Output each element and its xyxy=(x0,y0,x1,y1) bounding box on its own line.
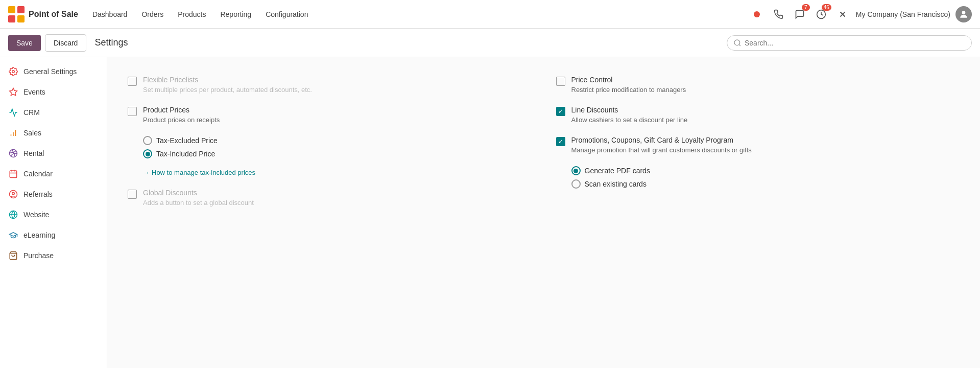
nav-links: Dashboard Orders Products Reporting Conf… xyxy=(86,7,745,21)
svg-marker-12 xyxy=(10,88,17,96)
page-title: Settings xyxy=(94,37,128,48)
topnav: Point of Sale Dashboard Orders Products … xyxy=(0,0,980,29)
scan-existing-label: Scan existing cards xyxy=(585,180,647,188)
svg-point-8 xyxy=(962,11,966,14)
app-logo[interactable]: Point of Sale xyxy=(8,6,78,22)
sidebar-item-label: Events xyxy=(23,88,45,96)
search-icon xyxy=(733,39,742,47)
nav-configuration[interactable]: Configuration xyxy=(259,7,314,21)
right-column: Price Control Restrict price modificatio… xyxy=(556,70,960,213)
product-prices-checkbox[interactable] xyxy=(128,107,137,116)
phone-icon-btn[interactable] xyxy=(770,6,786,22)
sidebar-item-calendar[interactable]: Calendar xyxy=(0,164,107,184)
close-icon-btn[interactable] xyxy=(834,6,851,22)
crm-icon xyxy=(8,107,18,118)
sales-icon xyxy=(8,128,18,138)
svg-rect-3 xyxy=(17,15,25,22)
search-input[interactable] xyxy=(745,39,965,47)
sidebar-item-crm[interactable]: CRM xyxy=(0,102,107,123)
sidebar-item-general-settings[interactable]: General Settings xyxy=(0,61,107,82)
global-discounts-info: Global Discounts Adds a button to set a … xyxy=(143,189,532,206)
chat-icon xyxy=(795,9,805,19)
search-bar[interactable] xyxy=(727,35,972,51)
flexible-pricelists-title: Flexible Pricelists xyxy=(143,76,532,84)
setting-global-discounts: Global Discounts Adds a button to set a … xyxy=(128,182,532,213)
tax-link[interactable]: → How to manage tax-included prices xyxy=(143,169,255,176)
settings-grid: Flexible Pricelists Set multiple prices … xyxy=(128,70,960,213)
chat-badge: 7 xyxy=(802,4,810,11)
referrals-icon xyxy=(8,189,18,199)
tax-included-label: Tax-Included Price xyxy=(156,150,215,158)
status-dot[interactable] xyxy=(749,6,765,22)
clock-icon-btn[interactable]: 46 xyxy=(813,6,829,22)
line-discounts-title: Line Discounts xyxy=(571,106,960,114)
phone-icon xyxy=(773,9,783,19)
sidebar-item-website[interactable]: Website xyxy=(0,204,107,225)
purchase-icon xyxy=(8,250,18,261)
svg-point-4 xyxy=(754,11,760,17)
tax-included-radio[interactable]: Tax-Included Price xyxy=(143,149,218,158)
nav-dashboard[interactable]: Dashboard xyxy=(86,7,134,21)
price-control-desc: Restrict price modification to managers xyxy=(571,86,960,94)
settings-content: Flexible Pricelists Set multiple prices … xyxy=(107,57,980,368)
logo-icon xyxy=(8,6,25,22)
sidebar-item-referrals[interactable]: Referrals xyxy=(0,184,107,204)
svg-point-11 xyxy=(12,71,15,73)
svg-rect-1 xyxy=(17,6,25,13)
company-name[interactable]: My Company (San Francisco) xyxy=(856,10,950,18)
svg-rect-2 xyxy=(8,15,15,22)
sidebar-item-label: Calendar xyxy=(23,170,53,178)
line-discounts-info: Line Discounts Allow cashiers to set a d… xyxy=(571,106,960,124)
save-button[interactable]: Save xyxy=(8,35,41,51)
generate-pdf-radio[interactable]: Generate PDF cards xyxy=(571,166,650,175)
price-control-checkbox[interactable] xyxy=(556,77,565,86)
nav-reporting[interactable]: Reporting xyxy=(214,7,257,21)
general-settings-icon xyxy=(8,66,18,77)
sidebar-item-label: Rental xyxy=(23,149,44,157)
chat-icon-btn[interactable]: 7 xyxy=(792,6,808,22)
sidebar-item-elearning[interactable]: eLearning xyxy=(0,225,107,245)
flexible-pricelists-checkbox[interactable] xyxy=(128,77,137,86)
product-prices-radio-group: Tax-Excluded Price Tax-Included Price xyxy=(143,136,218,158)
calendar-icon xyxy=(8,169,18,179)
global-discounts-checkbox[interactable] xyxy=(128,190,137,199)
global-discounts-desc: Adds a button to set a global discount xyxy=(143,199,532,206)
setting-flexible-pricelists: Flexible Pricelists Set multiple prices … xyxy=(128,70,532,100)
tax-link-text: How to manage tax-included prices xyxy=(152,169,255,176)
tax-excluded-label: Tax-Excluded Price xyxy=(156,136,218,145)
generate-pdf-label: Generate PDF cards xyxy=(585,167,650,175)
sidebar-item-purchase[interactable]: Purchase xyxy=(0,245,107,266)
website-icon xyxy=(8,210,18,220)
svg-point-22 xyxy=(12,192,15,195)
svg-rect-0 xyxy=(8,6,15,13)
scan-existing-radio[interactable]: Scan existing cards xyxy=(571,179,650,189)
tax-excluded-radio[interactable]: Tax-Excluded Price xyxy=(143,136,218,145)
discard-button[interactable]: Discard xyxy=(45,34,86,52)
sidebar-item-rental[interactable]: Rental xyxy=(0,143,107,164)
sidebar-item-events[interactable]: Events xyxy=(0,82,107,102)
setting-product-prices: Product Prices Product prices on receipt… xyxy=(128,100,532,182)
promotions-checkbox[interactable] xyxy=(556,137,565,146)
sidebar-item-label: CRM xyxy=(23,108,40,117)
promotions-radio-group: Generate PDF cards Scan existing cards xyxy=(571,166,650,189)
nav-products[interactable]: Products xyxy=(172,7,212,21)
sidebar-item-label: Referrals xyxy=(23,190,53,198)
nav-orders[interactable]: Orders xyxy=(135,7,170,21)
user-avatar[interactable] xyxy=(955,6,972,22)
topnav-right: 7 46 My Company (San Francisco) xyxy=(749,6,972,22)
svg-rect-17 xyxy=(10,171,17,178)
elearning-icon xyxy=(8,230,18,240)
line-discounts-checkbox[interactable] xyxy=(556,107,565,116)
flexible-pricelists-desc: Set multiple prices per product, automat… xyxy=(143,86,532,94)
generate-pdf-radio-circle xyxy=(571,166,581,175)
promotions-info: Promotions, Coupons, Gift Card & Loyalty… xyxy=(571,136,960,154)
svg-point-9 xyxy=(734,40,740,45)
sidebar-item-label: General Settings xyxy=(23,67,77,76)
product-prices-desc: Product prices on receipts xyxy=(143,116,532,124)
red-dot-icon xyxy=(754,11,760,17)
app-title: Point of Sale xyxy=(29,10,78,19)
setting-price-control: Price Control Restrict price modificatio… xyxy=(556,70,960,100)
clock-badge: 46 xyxy=(822,4,831,11)
sidebar-item-sales[interactable]: Sales xyxy=(0,123,107,143)
clock-icon xyxy=(816,9,826,19)
